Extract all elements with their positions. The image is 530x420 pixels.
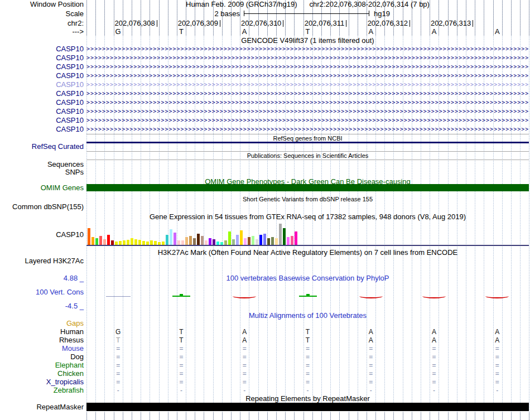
alignment-base: = — [301, 353, 315, 361]
gencode-transcript[interactable]: >>>>>>>>>>>>>>>>>>>>>>>>>>>>>>>>>>>>>>>>… — [86, 55, 528, 61]
gtex-expression-bar[interactable] — [267, 238, 270, 245]
repeatmasker-dense-bar[interactable] — [86, 403, 529, 411]
gencode-item-label[interactable]: CASP10 — [0, 72, 84, 80]
gtex-expression-bar[interactable] — [224, 240, 227, 245]
gencode-transcript[interactable]: >>>>>>>>>>>>>>>>>>>>>>>>>>>>>>>>>>>>>>>>… — [86, 64, 528, 70]
gtex-expression-bar[interactable] — [287, 237, 290, 245]
species-label-human[interactable]: Human — [0, 328, 84, 336]
gtex-expression-bar[interactable] — [95, 238, 98, 245]
omim-gene-bar[interactable] — [86, 184, 529, 191]
species-label-mouse[interactable]: Mouse — [0, 345, 84, 353]
gencode-transcript[interactable]: >>>>>>>>>>>>>>>>>>>>>>>>>>>>>>>>>>>>>>>>… — [86, 73, 528, 79]
gencode-transcript[interactable]: >>>>>>>>>>>>>>>>>>>>>>>>>>>>>>>>>>>>>>>>… — [86, 46, 528, 52]
conservation-track-label[interactable]: 100 Vert. Cons — [0, 288, 84, 296]
species-label-dog[interactable]: Dog — [0, 353, 84, 361]
gtex-expression-bar[interactable] — [220, 242, 223, 245]
gtex-expression-bar[interactable] — [244, 238, 247, 245]
gencode-transcript[interactable]: >>>>>>>>>>>>>>>>>>>>>>>>>>>>>>>>>>>>>>>>… — [86, 90, 528, 97]
gencode-item-label[interactable]: CASP10 — [0, 108, 84, 115]
refseq-track-label[interactable]: RefSeq Curated — [0, 143, 84, 151]
gtex-expression-bar[interactable] — [174, 233, 176, 245]
gtex-expression-bar[interactable] — [213, 239, 215, 245]
gtex-expression-bar[interactable] — [181, 240, 184, 245]
species-label-x_tropicalis[interactable]: X_tropicalis — [0, 378, 84, 386]
gencode-transcript[interactable]: >>>>>>>>>>>>>>>>>>>>>>>>>>>>>>>>>>>>>>>>… — [86, 108, 528, 115]
repeatmasker-track-label[interactable]: RepeatMasker — [0, 403, 84, 411]
gtex-gene-label[interactable]: CASP10 — [0, 231, 84, 239]
ruler-coordinate: 202,076,310 — [229, 20, 296, 27]
gtex-expression-bar[interactable] — [131, 238, 133, 245]
gencode-transcript[interactable]: >>>>>>>>>>>>>>>>>>>>>>>>>>>>>>>>>>>>>>>>… — [86, 117, 528, 124]
gtex-expression-bar[interactable] — [283, 228, 286, 245]
refseq-dense-item[interactable] — [86, 142, 529, 143]
species-label-gaps[interactable]: Gaps — [0, 320, 84, 327]
species-label-zebrafish[interactable]: Zebrafish — [0, 387, 84, 394]
species-label-elephant[interactable]: Elephant — [0, 361, 84, 369]
gencode-item-label[interactable]: CASP10 — [0, 45, 84, 53]
gtex-expression-bar[interactable] — [271, 237, 274, 245]
gtex-expression-bar[interactable] — [295, 231, 297, 245]
gtex-expression-bar[interactable] — [193, 238, 196, 245]
gtex-expression-bar[interactable] — [107, 235, 110, 245]
gtex-expression-bar[interactable] — [162, 242, 165, 245]
gtex-expression-bar[interactable] — [158, 242, 161, 245]
gtex-expression-bar[interactable] — [279, 224, 282, 245]
gtex-expression-bar[interactable] — [111, 240, 114, 245]
gencode-transcript[interactable]: >>>>>>>>>>>>>>>>>>>>>>>>>>>>>>>>>>>>>>>>… — [86, 99, 528, 106]
gtex-expression-bar[interactable] — [240, 230, 243, 245]
gencode-item-label[interactable]: CASP10 — [0, 54, 84, 62]
gtex-expression-bar[interactable] — [228, 231, 231, 245]
gtex-expression-bar[interactable] — [232, 239, 235, 245]
gtex-expression-bar[interactable] — [142, 241, 145, 245]
gtex-expression-bar[interactable] — [205, 240, 208, 245]
gtex-expression-bar[interactable] — [236, 235, 239, 245]
h3k27ac-track-label[interactable]: Layered H3K27Ac — [0, 257, 84, 265]
gtex-expression-bar[interactable] — [185, 237, 188, 245]
gtex-expression-bar[interactable] — [256, 239, 258, 245]
gtex-expression-bar[interactable] — [170, 229, 172, 245]
gencode-item-label[interactable]: CASP10 — [0, 63, 84, 71]
gtex-expression-bar[interactable] — [103, 239, 106, 245]
gtex-expression-bar[interactable] — [115, 242, 118, 245]
alignment-base: = — [427, 345, 441, 353]
gtex-expression-bar[interactable] — [91, 237, 94, 245]
species-label-chicken[interactable]: Chicken — [0, 370, 84, 378]
gtex-expression-bar[interactable] — [291, 236, 293, 245]
gencode-transcript[interactable]: >>>>>>>>>>>>>>>>>>>>>>>>>>>>>>>>>>>>>>>>… — [86, 81, 528, 88]
alignment-base: = — [301, 361, 315, 369]
gtex-expression-bar[interactable] — [150, 240, 153, 245]
gencode-item-label[interactable]: CASP10 — [0, 90, 84, 98]
gtex-expression-bar[interactable] — [177, 240, 180, 245]
gencode-transcript[interactable]: >>>>>>>>>>>>>>>>>>>>>>>>>>>>>>>>>>>>>>>>… — [86, 126, 528, 133]
gencode-item-label[interactable]: CASP10 — [0, 125, 84, 133]
gtex-expression-bar[interactable] — [88, 228, 90, 245]
gtex-expression-bar[interactable] — [119, 241, 122, 245]
gtex-expression-bar[interactable] — [197, 234, 200, 245]
gtex-expression-bar[interactable] — [259, 235, 262, 245]
omim-track-label[interactable]: OMIM Genes — [0, 184, 84, 192]
gtex-expression-bar[interactable] — [201, 236, 204, 245]
species-label-rhesus[interactable]: Rhesus — [0, 336, 84, 344]
gencode-item-label[interactable]: CASP10 — [0, 81, 84, 89]
gencode-item-label[interactable]: CASP10 — [0, 99, 84, 107]
gtex-expression-bar[interactable] — [154, 241, 157, 245]
gtex-expression-bar[interactable] — [99, 236, 102, 245]
gtex-expression-bar[interactable] — [275, 238, 278, 245]
gtex-expression-bar[interactable] — [166, 235, 168, 245]
gtex-expression-bar[interactable] — [127, 240, 129, 245]
gtex-expression-bar[interactable] — [123, 240, 126, 245]
dbsnp-track-label[interactable]: Common dbSNP(155) — [0, 203, 84, 211]
gencode-item-label[interactable]: CASP10 — [0, 117, 84, 124]
gtex-expression-bar[interactable] — [209, 238, 211, 245]
gtex-expression-bar[interactable] — [134, 239, 137, 245]
gtex-expression-bar[interactable] — [146, 242, 149, 245]
sequences-track-label[interactable]: Sequences — [0, 161, 84, 168]
alignment-base: = — [174, 361, 189, 369]
snps-track-label[interactable]: SNPs — [0, 168, 84, 176]
gtex-expression-bar[interactable] — [216, 242, 219, 245]
gtex-expression-bar[interactable] — [248, 237, 250, 245]
gtex-expression-bar[interactable] — [138, 240, 141, 245]
gtex-expression-bar[interactable] — [263, 234, 266, 245]
gtex-expression-bar[interactable] — [252, 236, 254, 245]
gtex-expression-bar[interactable] — [189, 236, 192, 245]
